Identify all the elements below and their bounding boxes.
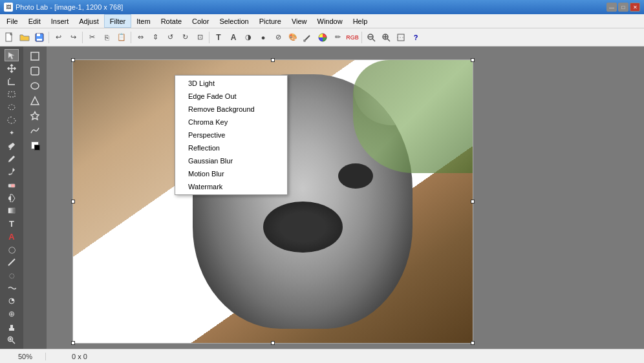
p2-tool4[interactable]	[28, 94, 42, 108]
svg-marker-17	[8, 52, 14, 59]
toolbar: ↩ ↪ ✂ ⎘ 📋 ⇔ ⇕ ↺ ↻ ⊡ T A ◑ ● ⊘ 🎨 ✏ RGB ?	[0, 28, 644, 47]
tb-rotate-r[interactable]: ↻	[178, 30, 192, 45]
tool-stamp[interactable]	[5, 321, 19, 333]
tool-lasso[interactable]	[5, 114, 19, 126]
tool-brush[interactable]	[5, 165, 19, 178]
tb-zoom-in-btn[interactable]	[379, 30, 393, 45]
tool-dodge[interactable]	[5, 295, 19, 307]
filter-perspective[interactable]: Perspective	[175, 129, 287, 141]
handle-bottom-right[interactable]	[471, 341, 475, 345]
p2-tool6[interactable]	[28, 123, 42, 138]
tool-move[interactable]	[5, 62, 19, 74]
handle-bottom-left[interactable]	[71, 341, 75, 345]
menu-adjust[interactable]: Adjust	[74, 14, 104, 28]
sep2	[82, 32, 83, 43]
tool-smudge[interactable]	[5, 282, 19, 295]
tb-cut[interactable]: ✂	[85, 30, 99, 45]
tb-zoom-fit[interactable]	[394, 30, 408, 45]
maximize-button[interactable]: □	[618, 3, 628, 12]
handle-bottom-center[interactable]	[271, 341, 275, 345]
tb-font[interactable]: A	[226, 30, 241, 45]
tb-rgb[interactable]: RGB	[345, 30, 360, 45]
tool-eraser[interactable]	[5, 178, 19, 191]
menu-filter[interactable]: Filter	[104, 14, 131, 28]
menu-selection[interactable]: Selection	[214, 14, 253, 28]
svg-line-9	[372, 39, 375, 41]
tb-open[interactable]	[17, 30, 32, 45]
tb-rotate-l[interactable]: ↺	[163, 30, 177, 45]
tool-blur[interactable]: ◌	[5, 269, 19, 282]
tb-colors[interactable]: 🎨	[286, 30, 300, 45]
handle-mid-right[interactable]	[471, 200, 475, 203]
p2-color-fg[interactable]	[28, 138, 42, 152]
menu-item[interactable]: Item	[131, 14, 155, 28]
handle-top-right[interactable]	[471, 58, 475, 62]
filter-3d-light[interactable]: 3D Light	[175, 77, 287, 90]
filter-reflection[interactable]: Reflection	[175, 141, 287, 154]
filter-watermark[interactable]: Watermark	[175, 180, 287, 193]
p2-tool3[interactable]	[28, 79, 42, 93]
tool-magic-wand[interactable]: ✦	[5, 127, 19, 139]
handle-top-center[interactable]	[271, 58, 275, 62]
tb-copy[interactable]: ⎘	[100, 30, 114, 45]
svg-rect-24	[11, 184, 15, 187]
tb-eyedrop[interactable]	[301, 30, 315, 45]
close-button[interactable]: ✕	[630, 3, 640, 12]
tb-invert[interactable]: ⊘	[271, 30, 285, 45]
menu-insert[interactable]: Insert	[46, 14, 74, 28]
tb-redo[interactable]: ↪	[66, 30, 80, 45]
tb-crop-btn[interactable]: ⊡	[193, 30, 207, 45]
tb-flip-v[interactable]: ⇕	[148, 30, 162, 45]
filter-chroma-key[interactable]: Chroma Key	[175, 116, 287, 129]
menu-help[interactable]: Help	[348, 14, 373, 28]
tool-arrow[interactable]	[5, 49, 19, 61]
tb-save[interactable]	[32, 30, 47, 45]
filter-motion-blur[interactable]: Motion Blur	[175, 167, 287, 180]
filter-remove-background[interactable]: Remove Background	[175, 103, 287, 116]
handle-top-left[interactable]	[71, 58, 75, 62]
title-bar: 🖼 Photo Lab - [image-1, 1200 x 768] — □ …	[0, 0, 644, 14]
coordinates-value: 0 x 0	[72, 353, 87, 360]
p2-tool1[interactable]	[28, 49, 42, 63]
tool-line[interactable]	[5, 256, 19, 269]
tool-fill[interactable]	[5, 192, 19, 204]
tb-help[interactable]: ?	[409, 30, 423, 45]
tool-text[interactable]: T	[5, 218, 19, 230]
menu-color[interactable]: Color	[187, 14, 214, 28]
tb-flip-h[interactable]: ⇔	[133, 30, 147, 45]
menu-edit[interactable]: Edit	[23, 14, 46, 28]
menu-window[interactable]: Window	[312, 14, 348, 28]
tool-text-red[interactable]: A	[5, 231, 19, 243]
app-icon: 🖼	[4, 3, 13, 12]
menu-picture[interactable]: Picture	[254, 14, 286, 28]
tool-select-ellipse[interactable]	[5, 101, 19, 113]
p2-tool5[interactable]	[28, 109, 42, 123]
tb-colorwheel[interactable]	[316, 30, 330, 45]
filter-gaussian-blur[interactable]: Gaussian Blur	[175, 154, 287, 167]
tb-undo[interactable]: ↩	[51, 30, 65, 45]
tb-text-btn[interactable]: T	[211, 30, 226, 45]
svg-rect-3	[37, 39, 42, 41]
title-bar-controls[interactable]: — □ ✕	[606, 3, 640, 12]
tb-contrast[interactable]: ●	[256, 30, 270, 45]
menu-rotate[interactable]: Rotate	[156, 14, 187, 28]
tb-paste[interactable]: 📋	[114, 30, 129, 45]
tb-brightness[interactable]: ◑	[241, 30, 255, 45]
filter-edge-fade-out[interactable]: Edge Fade Out	[175, 90, 287, 103]
menu-view[interactable]: View	[286, 14, 312, 28]
tool-clone[interactable]: ⊕	[5, 308, 19, 320]
minimize-button[interactable]: —	[606, 3, 617, 12]
menu-file[interactable]: File	[1, 14, 23, 28]
tb-pencil-tool[interactable]: ✏	[330, 30, 345, 45]
tool-zoom[interactable]	[5, 334, 19, 346]
tool-crop[interactable]	[5, 75, 19, 87]
p2-tool2[interactable]	[28, 64, 42, 78]
tb-new[interactable]	[3, 30, 17, 45]
tool-select-rect[interactable]	[5, 88, 19, 100]
tool-shape[interactable]: ◯	[5, 244, 19, 256]
tool-pencil[interactable]	[5, 152, 19, 165]
tool-eyedropper[interactable]	[5, 140, 19, 152]
tool-gradient[interactable]	[5, 205, 19, 217]
handle-mid-left[interactable]	[71, 200, 75, 203]
tb-zoom-out[interactable]	[364, 30, 378, 45]
